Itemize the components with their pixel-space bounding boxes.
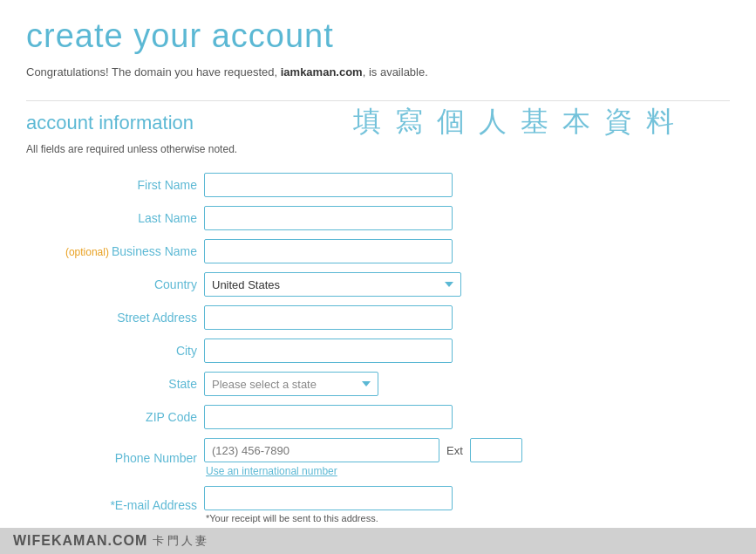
state-label: State [26,367,201,400]
account-form: First Name Last Name (optional)Business … [26,168,730,528]
domain-notice-prefix: Congratulations! The domain you have req… [26,65,281,79]
state-cell: Please select a state Alabama Alaska Ari… [201,367,730,400]
page-title: create your account [26,17,730,55]
state-row: State Please select a state Alabama Alas… [26,367,730,400]
zip-code-input[interactable] [204,405,453,429]
phone-number-row: Phone Number Ext Use an international nu… [26,434,730,482]
last-name-label: Last Name [26,202,201,235]
street-address-row: Street Address [26,301,730,334]
footer-bar: WIFEKAMAN.COM 卡 門 人 妻 [0,528,756,554]
business-name-label: (optional)Business Name [26,235,201,268]
first-name-row: First Name [26,168,730,202]
phone-row-container: Ext [204,438,726,462]
first-name-input[interactable] [204,173,453,197]
footer-chinese: 卡 門 人 妻 [153,533,207,549]
section-divider [26,100,730,101]
international-number-link[interactable]: Use an international number [206,465,726,477]
chinese-header: 填 寫 個 人 基 本 資 料 [353,103,678,141]
email-cell: *Your receipt will be sent to this addre… [201,482,730,528]
business-name-input[interactable] [204,239,453,263]
first-name-cell [201,168,730,202]
phone-input[interactable] [204,438,439,462]
street-address-cell [201,301,730,334]
zip-code-row: ZIP Code [26,400,730,434]
email-input[interactable] [204,486,453,510]
domain-notice: Congratulations! The domain you have req… [26,65,730,79]
last-name-cell [201,202,730,235]
domain-name: iamkaman.com [281,65,363,79]
email-label: *E-mail Address [26,482,201,528]
business-name-row: (optional)Business Name [26,235,730,268]
country-label: Country [26,268,201,301]
ext-input[interactable] [470,438,522,462]
city-row: City [26,334,730,367]
country-row: Country United States Canada United King… [26,268,730,301]
street-address-label: Street Address [26,301,201,334]
zip-code-cell [201,400,730,434]
first-name-label: First Name [26,168,201,202]
city-label: City [26,334,201,367]
phone-number-label: Phone Number [26,434,201,482]
city-input[interactable] [204,339,453,363]
phone-number-cell: Ext Use an international number [201,434,730,482]
fields-notice: All fields are required unless otherwise… [26,143,730,155]
country-select[interactable]: United States Canada United Kingdom Aust… [204,272,461,297]
section-header: account information 填 寫 個 人 基 本 資 料 [26,112,730,134]
domain-notice-suffix: , is available. [363,65,428,79]
footer-logo: WIFEKAMAN.COM [13,533,147,549]
business-name-cell [201,235,730,268]
country-cell: United States Canada United Kingdom Aust… [201,268,730,301]
zip-code-label: ZIP Code [26,400,201,434]
city-cell [201,334,730,367]
last-name-input[interactable] [204,206,453,230]
optional-label: (optional) [65,246,109,258]
street-address-input[interactable] [204,305,453,330]
footer-logo-text: WIFEKAMAN.COM [13,533,147,548]
email-row: *E-mail Address *Your receipt will be se… [26,482,730,528]
last-name-row: Last Name [26,202,730,235]
section-title: account information [26,112,194,134]
email-notice: *Your receipt will be sent to this addre… [206,513,726,523]
state-select[interactable]: Please select a state Alabama Alaska Ari… [204,372,378,396]
ext-label: Ext [446,444,463,457]
